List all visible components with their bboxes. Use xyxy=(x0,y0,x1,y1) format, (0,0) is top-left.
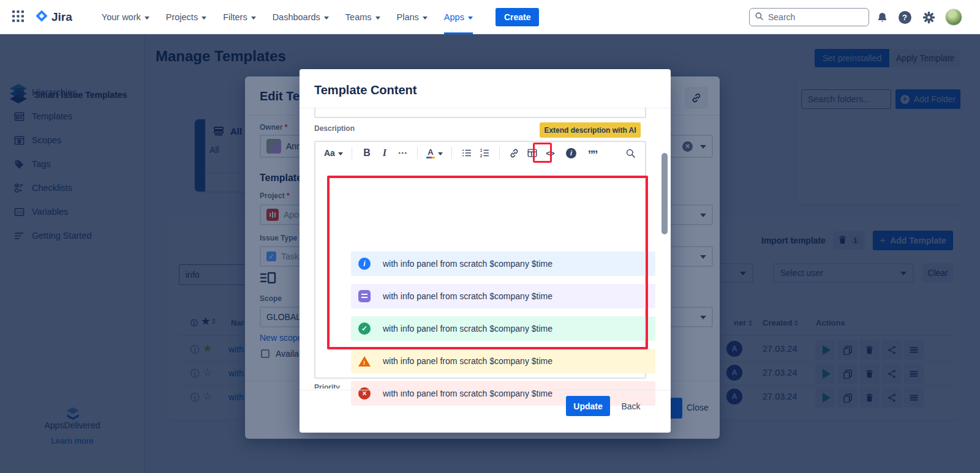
user-avatar[interactable] xyxy=(945,0,962,34)
chevron-down-icon xyxy=(438,152,443,155)
text-color-button[interactable]: A xyxy=(426,144,443,162)
notifications-bell-icon[interactable] xyxy=(873,0,891,34)
nav-item-plans[interactable]: Plans xyxy=(397,0,428,34)
settings-gear-icon[interactable] xyxy=(920,0,937,34)
info-icon: i xyxy=(358,258,371,270)
app-switcher-icon[interactable] xyxy=(12,10,24,24)
chevron-down-icon xyxy=(423,17,428,20)
panel-text: with info panel from scratch $company $t… xyxy=(383,356,552,366)
text-style-dropdown[interactable]: Aa xyxy=(324,144,343,162)
jira-logo[interactable]: Jira xyxy=(35,9,72,25)
chevron-down-icon xyxy=(468,17,473,20)
nav-item-dashboards[interactable]: Dashboards xyxy=(273,0,329,34)
bullet-list-button[interactable] xyxy=(461,144,473,162)
code-block-button[interactable]: <> xyxy=(544,144,556,162)
note-icon xyxy=(358,290,371,302)
extend-description-ai-button[interactable]: Extend description with AI xyxy=(540,122,641,138)
nav-item-apps[interactable]: Apps xyxy=(444,0,473,34)
info-panel[interactable]: i with info panel from scratch $company … xyxy=(351,251,655,276)
avatar-image xyxy=(945,9,962,26)
global-search[interactable] xyxy=(749,8,869,26)
description-editor: Aa B I ⋯ A 12 <> i ”” xyxy=(314,141,646,379)
link-button[interactable] xyxy=(508,144,521,162)
info-panel-button[interactable]: i xyxy=(562,144,581,162)
toolbar-separator xyxy=(499,147,500,159)
table-button[interactable] xyxy=(526,144,538,162)
modal-footer-divider xyxy=(300,390,671,390)
help-icon[interactable]: ? xyxy=(896,0,913,34)
numbered-list-button[interactable]: 12 xyxy=(478,144,491,162)
jira-logo-text: Jira xyxy=(51,10,72,24)
chevron-down-icon xyxy=(251,17,256,20)
nav-item-your-work[interactable]: Your work xyxy=(102,0,149,34)
info-panel-icon: i xyxy=(566,148,576,158)
back-button[interactable]: Back xyxy=(616,396,646,416)
modal-scrollbar-thumb[interactable] xyxy=(662,153,668,234)
chevron-down-icon xyxy=(324,17,329,20)
jira-logo-icon xyxy=(35,9,48,25)
top-navigation: Jira Your work Projects Filters Dashboar… xyxy=(0,0,980,34)
create-button[interactable]: Create xyxy=(496,8,540,26)
content-modal-title: Template Content xyxy=(314,83,417,97)
quote-button[interactable]: ”” xyxy=(586,146,598,163)
search-icon xyxy=(755,12,764,23)
note-panel[interactable]: with info panel from scratch $company $t… xyxy=(351,284,655,308)
scrolled-field-fragment[interactable] xyxy=(314,108,646,118)
warning-panel[interactable]: ! with info panel from scratch $company … xyxy=(351,349,655,373)
success-check-icon: ✓ xyxy=(358,322,371,335)
toolbar-separator xyxy=(451,147,452,159)
editor-toolbar: Aa B I ⋯ A 12 <> i ”” xyxy=(315,142,645,164)
nav-item-projects[interactable]: Projects xyxy=(166,0,206,34)
toolbar-separator xyxy=(352,147,352,159)
toolbar-separator xyxy=(417,147,418,159)
chevron-down-icon xyxy=(202,17,206,20)
nav-item-filters[interactable]: Filters xyxy=(223,0,255,34)
nav-item-teams[interactable]: Teams xyxy=(345,0,380,34)
color-bar xyxy=(426,157,435,158)
panel-text: with info panel from scratch $company $t… xyxy=(383,259,552,269)
question-mark-glyph: ? xyxy=(899,11,911,24)
more-formatting-button[interactable]: ⋯ xyxy=(396,144,409,162)
search-input[interactable] xyxy=(768,12,848,22)
chevron-down-icon xyxy=(375,17,380,20)
panel-text: with info panel from scratch $company $t… xyxy=(383,324,552,333)
description-label: Description xyxy=(314,124,355,133)
svg-text:1: 1 xyxy=(480,148,483,152)
error-cross-icon: × xyxy=(358,387,371,400)
nav-menu: Your work Projects Filters Dashboards Te… xyxy=(102,0,540,34)
update-button[interactable]: Update xyxy=(566,396,610,416)
italic-button[interactable]: I xyxy=(379,144,391,162)
template-content-modal: Template Content Description Extend desc… xyxy=(300,69,671,433)
app-window: Jira Your work Projects Filters Dashboar… xyxy=(0,0,980,473)
chevron-down-icon xyxy=(145,17,149,20)
warning-triangle-icon: ! xyxy=(358,356,371,367)
svg-text:2: 2 xyxy=(480,154,483,158)
chevron-down-icon xyxy=(338,152,343,155)
editor-search-button[interactable] xyxy=(624,144,636,162)
bold-button[interactable]: B xyxy=(361,144,373,162)
panel-text: with info panel from scratch $company $t… xyxy=(383,291,552,301)
success-panel[interactable]: ✓ with info panel from scratch $company … xyxy=(351,316,655,341)
clipped-next-field-label: Priority xyxy=(314,383,388,389)
